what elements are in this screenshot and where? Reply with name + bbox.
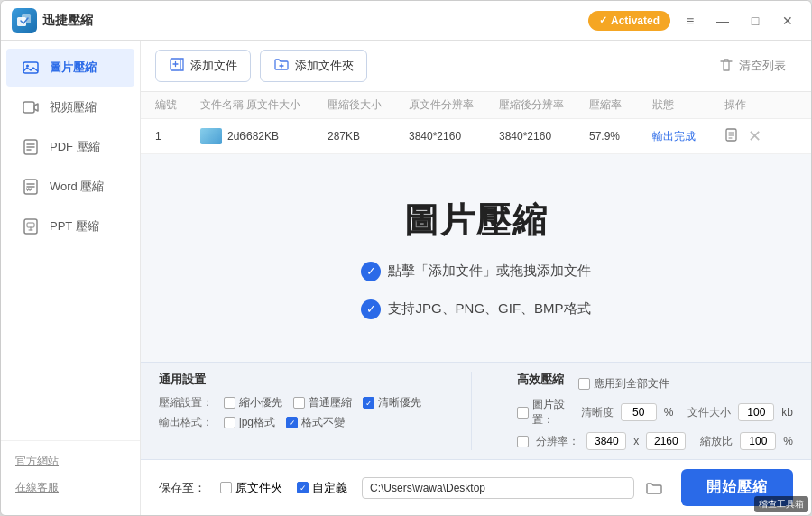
jpg-format-checkbox[interactable] <box>224 417 235 428</box>
original-folder-checkbox[interactable] <box>220 482 232 493</box>
high-eff-settings: 高效壓縮 應用到全部文件 圖片設置： <box>517 372 793 450</box>
small-priority-option[interactable]: 縮小優先 <box>224 395 282 410</box>
center-content: 圖片壓縮 ✓ 點擊「添加文件」或拖拽添加文件 ✓ 支持JPG、PNG、GIF、B… <box>141 154 811 362</box>
settings-bar: 通用設置 壓縮設置： 縮小優先 普通壓縮 <box>141 362 811 459</box>
custom-path-option[interactable]: ✓ 自定義 <box>297 480 347 496</box>
center-hint2: ✓ 支持JPG、PNG、GIF、BMP格式 <box>361 299 590 319</box>
menu-button[interactable]: ≡ <box>678 8 703 33</box>
delete-row-button[interactable]: ✕ <box>748 126 761 146</box>
row-comp-res: 3840*2160 <box>499 130 589 143</box>
clear-priority-option[interactable]: ✓ 清晰優先 <box>363 395 421 410</box>
apply-all-checkbox[interactable] <box>578 378 590 390</box>
jpg-format-label: jpg格式 <box>239 415 275 430</box>
pdf-icon <box>21 137 41 157</box>
sidebar-label-pdf: PDF 壓縮 <box>50 139 100 155</box>
col-name: 文件名稱 <box>200 97 246 113</box>
high-settings-grid: 圖片設置： 清晰度 % 文件大小 kb <box>517 397 793 450</box>
maximize-icon: □ <box>752 14 759 28</box>
close-button[interactable]: ✕ <box>775 8 800 33</box>
clarity-input[interactable] <box>621 403 657 421</box>
keep-format-option[interactable]: ✓ 格式不變 <box>286 415 345 430</box>
original-folder-option[interactable]: 原文件夾 <box>220 480 282 496</box>
sidebar-item-ppt[interactable]: PPT 壓縮 <box>6 207 134 245</box>
svg-text:W: W <box>26 187 32 192</box>
resolution-label: 分辨率： <box>536 434 579 449</box>
save-path-row <box>362 475 667 501</box>
output-label: 輸出格式： <box>159 415 213 430</box>
save-path-input[interactable] <box>362 477 634 499</box>
sidebar-item-word[interactable]: W Word 壓縮 <box>6 168 134 206</box>
clear-list-button[interactable]: 清空列表 <box>708 52 797 80</box>
center-hint1: ✓ 點擊「添加文件」或拖拽添加文件 <box>361 262 591 281</box>
sidebar-item-pdf[interactable]: PDF 壓縮 <box>6 128 134 166</box>
normal-compress-checkbox[interactable] <box>293 397 305 409</box>
image-icon <box>21 58 41 78</box>
sidebar-label-image: 圖片壓縮 <box>50 60 97 76</box>
clear-priority-label: 清晰優先 <box>378 395 421 410</box>
custom-path-checkbox[interactable]: ✓ <box>297 482 309 493</box>
scale-input[interactable] <box>740 432 776 450</box>
close-icon: ✕ <box>782 14 793 28</box>
sidebar-item-video[interactable]: 視頻壓縮 <box>6 88 134 126</box>
video-icon <box>21 97 41 117</box>
res-x-label: x <box>633 435 639 447</box>
file-thumbnail <box>200 128 222 144</box>
svg-point-3 <box>26 65 29 68</box>
clear-priority-checkbox[interactable]: ✓ <box>363 397 374 409</box>
svg-rect-2 <box>23 62 38 73</box>
keep-format-label: 格式不變 <box>301 415 345 430</box>
normal-compress-option[interactable]: 普通壓縮 <box>293 395 352 410</box>
check-icon-2: ✓ <box>361 299 381 319</box>
col-num: 編號 <box>155 97 200 113</box>
settings-row: 通用設置 壓縮設置： 縮小優先 普通壓縮 <box>159 372 793 450</box>
col-comp-res: 壓縮後分辨率 <box>499 97 589 113</box>
maximize-button[interactable]: □ <box>743 8 768 33</box>
col-ratio: 壓縮率 <box>589 97 652 113</box>
add-folder-icon <box>273 56 290 76</box>
row-actions: ✕ <box>724 126 797 146</box>
app-logo-icon <box>12 8 37 33</box>
row-orig-size: 682KB <box>246 130 328 143</box>
open-file-button[interactable] <box>724 126 741 146</box>
image-settings-label: 圖片設置： <box>532 397 573 428</box>
minimize-button[interactable]: — <box>710 8 735 33</box>
small-priority-checkbox[interactable] <box>224 397 235 409</box>
compress-settings-line: 壓縮設置： 縮小優先 普通壓縮 ✓ 清晰優先 <box>159 395 426 410</box>
sidebar: 圖片壓縮 視頻壓縮 PDF 壓縮 <box>1 41 141 515</box>
add-file-button[interactable]: 添加文件 <box>155 50 251 82</box>
minimize-icon: — <box>716 14 729 28</box>
col-orig-size: 原文件大小 <box>246 97 328 113</box>
browse-folder-button[interactable] <box>641 475 667 501</box>
image-settings-checkbox[interactable] <box>517 407 529 419</box>
trash-icon <box>719 58 734 75</box>
sidebar-bottom: 官方網站 在線客服 <box>1 440 140 508</box>
resolution-checkbox[interactable] <box>517 436 529 447</box>
size-input[interactable] <box>738 403 774 421</box>
jpg-format-option[interactable]: jpg格式 <box>224 415 275 430</box>
content-area: 添加文件 添加文件夾 <box>141 41 811 515</box>
apply-all-option[interactable]: 應用到全部文件 <box>578 376 669 392</box>
check-icon-1: ✓ <box>361 262 381 281</box>
start-compress-button[interactable]: 開始壓縮 <box>681 469 793 506</box>
app-logo: 迅捷壓縮 <box>12 8 588 33</box>
row-num: 1 <box>155 130 200 143</box>
sidebar-item-image[interactable]: 圖片壓縮 <box>6 49 134 87</box>
online-support-link[interactable]: 在線客服 <box>1 475 140 501</box>
resolution-option[interactable] <box>517 436 529 447</box>
official-site-link[interactable]: 官方網站 <box>1 448 140 475</box>
ppt-icon <box>21 217 41 236</box>
col-orig-res: 原文件分辨率 <box>409 97 499 113</box>
sidebar-label-word: Word 壓縮 <box>50 179 104 195</box>
word-icon: W <box>21 177 41 197</box>
scale-label: 縮放比 <box>700 434 733 449</box>
high-eff-title: 高效壓縮 <box>517 372 564 388</box>
clarity-unit: % <box>664 406 674 419</box>
general-settings: 通用設置 壓縮設置： 縮小優先 普通壓縮 <box>159 372 426 450</box>
res-width-input[interactable] <box>586 432 626 450</box>
svg-rect-8 <box>24 219 37 234</box>
apply-all-label: 應用到全部文件 <box>594 376 669 392</box>
keep-format-checkbox[interactable]: ✓ <box>286 417 298 428</box>
add-folder-button[interactable]: 添加文件夾 <box>260 50 367 82</box>
image-settings-option[interactable]: 圖片設置： <box>517 397 573 428</box>
res-height-input[interactable] <box>646 432 686 450</box>
